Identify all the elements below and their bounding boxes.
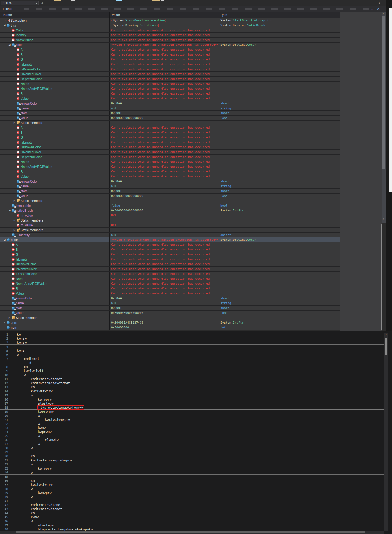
code-line[interactable]: dt [0,361,384,365]
line-number[interactable]: 11 [0,377,8,381]
line-number[interactable]: 29 [0,450,8,454]
code-line[interactable]: 4 [0,345,384,349]
code-line[interactable]: 21kwclwclwmwprw [0,418,384,422]
line-number[interactable]: 21 [0,418,8,422]
locals-row[interactable]: NativeBrushCan't evaluate when an unhand… [0,38,340,43]
locals-row[interactable]: BCan't evaluate when an unhandled except… [0,130,340,135]
locals-row[interactable]: immutablefalsebool [0,203,340,208]
line-number[interactable]: 10 [0,373,8,377]
code-line[interactable]: 38w [0,487,384,491]
line-number[interactable]: 8 [0,365,8,369]
code-line[interactable]: 15w [0,393,384,398]
locals-row[interactable]: m_valueNYI [0,223,340,228]
scroll-left-icon[interactable]: ◄ [41,2,43,4]
locals-row[interactable]: NameCan't evaluate when an unhandled exc… [0,159,340,164]
locals-row[interactable]: ValueCan't evaluate when an unhandled ex… [0,174,340,179]
code-line[interactable]: 13cm [0,385,384,389]
locals-row[interactable]: value0x0000000000000000long [0,311,340,315]
code-line[interactable]: 45kwmw [0,515,384,519]
line-number[interactable]: 28 [0,446,8,450]
locals-row[interactable]: NameAndARGBValueCan't evaluate when an u… [0,164,340,169]
line-number[interactable]: 3 [0,341,8,344]
locals-row[interactable]: IsKnownColorCan't evaluate when an unhan… [0,145,340,150]
code-line[interactable]: 33kwfwprw [0,467,384,471]
locals-row[interactable]: RCan't evaluate when an unhandled except… [0,286,340,291]
line-number[interactable]: 1 [0,333,8,337]
locals-row[interactable]: NameAndARGBValueCan't evaluate when an u… [0,281,340,286]
line-number[interactable]: 39 [0,491,8,495]
code-line[interactable]: 46w [0,519,384,523]
locals-row[interactable]: ▷Static members [0,198,340,203]
line-number[interactable]: 43 [0,507,8,511]
zoom-level-combo[interactable]: 100 % [1,1,34,5]
code-line[interactable]: 9kwclwclwif [0,369,384,373]
code-line[interactable]: 2kwnsw [0,337,384,341]
line-number[interactable]: 40 [0,495,8,499]
locals-row[interactable]: IsEmptyCan't evaluate when an unhandled … [0,140,340,145]
locals-row[interactable]: ▷$exception{System.StackOverflowExceptio… [0,18,340,23]
expand-expander-icon[interactable]: ▷ [12,218,16,223]
locals-row[interactable]: namenullstring [0,301,340,306]
code-line[interactable]: 32w [0,463,384,467]
locals-row[interactable]: ◢this{System.Drawing.SolidBrush}System.D… [0,23,340,28]
line-number[interactable]: 18 [0,406,8,410]
line-number[interactable]: 42 [0,503,8,507]
line-number[interactable]: 20 [0,414,8,418]
locals-row[interactable]: knownColor0x00A4short [0,296,340,301]
line-number[interactable]: 46 [0,519,8,523]
scroll-down-icon[interactable]: ▼ [382,218,384,220]
locals-row[interactable]: GCan't evaluate when an unhandled except… [0,57,340,62]
code-line[interactable]: 10w [0,373,384,377]
line-number[interactable]: 7 [0,357,8,361]
code-line[interactable]: 25w [0,434,384,438]
code-line[interactable]: 43cmdtcmdtdvdtcmdt [0,507,384,511]
locals-panel-titlebar[interactable]: Locals ▼ × [0,6,386,12]
code-line[interactable]: 11cmdtcmdtdvdtcmdt [0,377,384,381]
locals-row[interactable]: ValueCan't evaluate when an unhandled ex… [0,96,340,101]
locals-row[interactable]: ◢color<<<Can't evaluate when an unhandle… [0,43,340,47]
column-divider[interactable] [219,12,219,18]
code-line[interactable]: 47stwstwpw [0,523,384,528]
code-line[interactable]: 3kwnsw [0,341,384,345]
column-header-name[interactable]: Name [3,13,12,17]
locals-row[interactable]: ACan't evaluate when an unhandled except… [0,125,340,130]
line-number[interactable]: 47 [0,523,8,528]
code-line[interactable]: 19kwprwnmw [0,410,384,414]
locals-row[interactable]: BCan't evaluate when an unhandled except… [0,52,340,57]
line-number[interactable]: 2 [0,337,8,341]
code-line[interactable]: 18hlwprwclwclwmgwkwfwmwkw [0,406,384,410]
close-icon[interactable]: × [377,6,380,11]
code-line[interactable]: 27w [0,442,384,446]
line-number[interactable]: 32 [0,463,8,467]
code-line[interactable]: 37kwclwstwprw [0,483,384,487]
scroll-up-icon[interactable]: ▲ [382,12,384,15]
code-line[interactable]: 12cmdtdvdtcmdtdvdtcmdt [0,381,384,385]
locals-row[interactable]: state0x0001short [0,306,340,311]
column-divider[interactable] [109,12,110,18]
line-number[interactable]: 31 [0,458,8,463]
collapse-expander-icon[interactable]: ◢ [3,237,6,242]
code-line[interactable]: 39kwmwprw [0,491,384,495]
locals-row[interactable]: state0x0001short [0,111,340,116]
line-number[interactable]: 44 [0,511,8,515]
locals-row[interactable]: ◢color<<<Can't evaluate when an unhandle… [0,237,340,242]
line-number[interactable]: 14 [0,389,8,393]
line-number[interactable]: 23 [0,426,8,430]
scroll-right-icon[interactable]: ► [378,2,381,4]
locals-row[interactable]: namenullstring [0,106,340,111]
locals-row[interactable]: IsNamedColorCan't evaluate when an unhan… [0,150,340,155]
line-number[interactable]: 35 [0,475,8,479]
code-line[interactable]: 41 [0,499,384,503]
window-position-dropdown-icon[interactable]: ▼ [371,8,373,11]
locals-row[interactable]: value0x0000000000000000long [0,116,340,121]
code-line[interactable]: 28w [0,446,384,450]
locals-row[interactable]: knownColor0x00A4short [0,101,340,106]
locals-row[interactable]: RCan't evaluate when an unhandled except… [0,91,340,96]
line-number[interactable]: 38 [0,487,8,491]
code-line[interactable]: 42cmdtcmdtdvdtcmdt [0,503,384,507]
code-line[interactable]: 29 [0,450,384,454]
line-number[interactable]: 13 [0,385,8,389]
line-number[interactable]: 22 [0,422,8,426]
code-scrollbar-track[interactable] [384,333,388,531]
code-line[interactable]: 16kwfwprw [0,398,384,402]
